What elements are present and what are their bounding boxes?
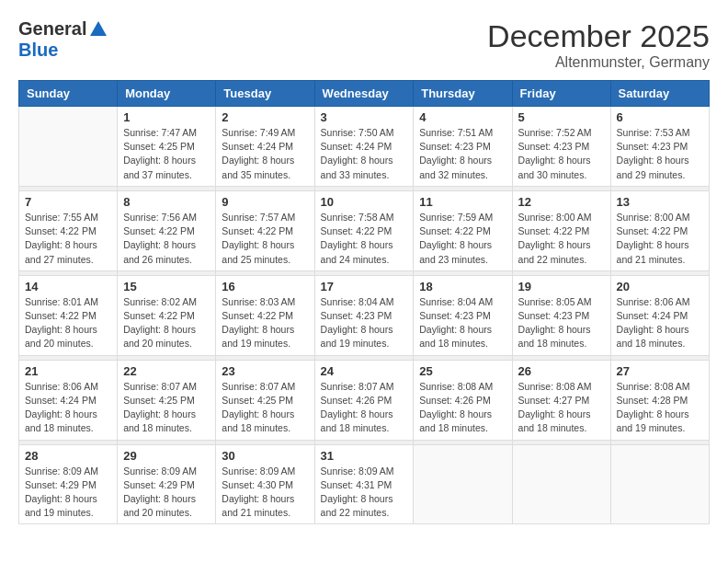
day-number: 12 <box>518 195 605 209</box>
table-row <box>19 107 118 187</box>
table-row: 8Sunrise: 7:56 AM Sunset: 4:22 PM Daylig… <box>118 190 216 270</box>
table-row: 20Sunrise: 8:06 AM Sunset: 4:24 PM Dayli… <box>610 275 709 355</box>
table-row: 26Sunrise: 8:08 AM Sunset: 4:27 PM Dayli… <box>512 360 610 440</box>
day-number: 22 <box>123 364 210 378</box>
day-number: 23 <box>222 364 308 378</box>
table-row: 14Sunrise: 8:01 AM Sunset: 4:22 PM Dayli… <box>19 275 118 355</box>
table-row <box>414 444 512 524</box>
day-info: Sunrise: 8:01 AM Sunset: 4:22 PM Dayligh… <box>25 295 111 351</box>
day-number: 29 <box>123 449 210 463</box>
table-row: 17Sunrise: 8:04 AM Sunset: 4:23 PM Dayli… <box>314 275 414 355</box>
logo-general-text: General <box>18 18 86 40</box>
header-thursday: Thursday <box>414 81 512 107</box>
table-row: 22Sunrise: 8:07 AM Sunset: 4:25 PM Dayli… <box>118 360 216 440</box>
table-row: 27Sunrise: 8:08 AM Sunset: 4:28 PM Dayli… <box>610 360 709 440</box>
logo-blue-text: Blue <box>18 40 58 60</box>
calendar-week-row: 7Sunrise: 7:55 AM Sunset: 4:22 PM Daylig… <box>19 190 710 270</box>
table-row: 21Sunrise: 8:06 AM Sunset: 4:24 PM Dayli… <box>19 360 118 440</box>
day-number: 1 <box>123 110 210 124</box>
calendar-header-row: Sunday Monday Tuesday Wednesday Thursday… <box>19 81 710 107</box>
location-title: Altenmunster, Germany <box>487 54 710 71</box>
calendar-week-row: 28Sunrise: 8:09 AM Sunset: 4:29 PM Dayli… <box>19 444 710 524</box>
header-sunday: Sunday <box>19 81 118 107</box>
day-info: Sunrise: 7:51 AM Sunset: 4:23 PM Dayligh… <box>419 126 506 182</box>
table-row: 19Sunrise: 8:05 AM Sunset: 4:23 PM Dayli… <box>512 275 610 355</box>
table-row: 13Sunrise: 8:00 AM Sunset: 4:22 PM Dayli… <box>610 190 709 270</box>
day-info: Sunrise: 7:59 AM Sunset: 4:22 PM Dayligh… <box>419 211 506 267</box>
month-title: December 2025 <box>487 18 710 54</box>
day-info: Sunrise: 8:00 AM Sunset: 4:22 PM Dayligh… <box>617 211 703 267</box>
day-number: 2 <box>222 110 308 124</box>
calendar-table: Sunday Monday Tuesday Wednesday Thursday… <box>18 80 710 524</box>
table-row: 24Sunrise: 8:07 AM Sunset: 4:26 PM Dayli… <box>314 360 414 440</box>
day-number: 9 <box>222 195 308 209</box>
day-info: Sunrise: 8:07 AM Sunset: 4:26 PM Dayligh… <box>321 380 408 436</box>
table-row: 29Sunrise: 8:09 AM Sunset: 4:29 PM Dayli… <box>118 444 216 524</box>
day-number: 10 <box>321 195 408 209</box>
day-info: Sunrise: 8:09 AM Sunset: 4:30 PM Dayligh… <box>222 465 308 521</box>
table-row: 18Sunrise: 8:04 AM Sunset: 4:23 PM Dayli… <box>414 275 512 355</box>
day-info: Sunrise: 8:05 AM Sunset: 4:23 PM Dayligh… <box>518 295 605 351</box>
table-row: 6Sunrise: 7:53 AM Sunset: 4:23 PM Daylig… <box>610 107 709 187</box>
table-row: 3Sunrise: 7:50 AM Sunset: 4:24 PM Daylig… <box>314 107 414 187</box>
table-row: 1Sunrise: 7:47 AM Sunset: 4:25 PM Daylig… <box>118 107 216 187</box>
day-info: Sunrise: 8:08 AM Sunset: 4:27 PM Dayligh… <box>518 380 605 436</box>
table-row: 9Sunrise: 7:57 AM Sunset: 4:22 PM Daylig… <box>216 190 314 270</box>
day-number: 11 <box>419 195 506 209</box>
day-info: Sunrise: 7:53 AM Sunset: 4:23 PM Dayligh… <box>617 126 703 182</box>
day-number: 3 <box>321 110 408 124</box>
table-row: 4Sunrise: 7:51 AM Sunset: 4:23 PM Daylig… <box>414 107 512 187</box>
title-block: December 2025 Altenmunster, Germany <box>487 18 710 71</box>
day-info: Sunrise: 8:04 AM Sunset: 4:23 PM Dayligh… <box>419 295 506 351</box>
day-info: Sunrise: 7:50 AM Sunset: 4:24 PM Dayligh… <box>321 126 408 182</box>
table-row: 30Sunrise: 8:09 AM Sunset: 4:30 PM Dayli… <box>216 444 314 524</box>
table-row: 11Sunrise: 7:59 AM Sunset: 4:22 PM Dayli… <box>414 190 512 270</box>
page-header: General Blue December 2025 Altenmunster,… <box>18 18 710 71</box>
table-row <box>610 444 709 524</box>
day-info: Sunrise: 7:58 AM Sunset: 4:22 PM Dayligh… <box>321 211 408 267</box>
table-row: 31Sunrise: 8:09 AM Sunset: 4:31 PM Dayli… <box>314 444 414 524</box>
day-number: 26 <box>518 364 605 378</box>
day-info: Sunrise: 8:09 AM Sunset: 4:31 PM Dayligh… <box>321 465 408 521</box>
logo: General Blue <box>18 18 108 61</box>
header-monday: Monday <box>118 81 216 107</box>
header-tuesday: Tuesday <box>216 81 314 107</box>
header-wednesday: Wednesday <box>314 81 414 107</box>
day-info: Sunrise: 8:02 AM Sunset: 4:22 PM Dayligh… <box>123 295 210 351</box>
day-number: 18 <box>419 280 506 293</box>
day-number: 31 <box>321 449 408 463</box>
day-number: 8 <box>123 195 210 209</box>
day-number: 27 <box>617 364 703 378</box>
day-info: Sunrise: 7:52 AM Sunset: 4:23 PM Dayligh… <box>518 126 605 182</box>
day-info: Sunrise: 8:06 AM Sunset: 4:24 PM Dayligh… <box>617 295 703 351</box>
day-number: 20 <box>617 280 703 293</box>
day-number: 25 <box>419 364 506 378</box>
day-info: Sunrise: 8:03 AM Sunset: 4:22 PM Dayligh… <box>222 295 308 351</box>
day-info: Sunrise: 8:07 AM Sunset: 4:25 PM Dayligh… <box>123 380 210 436</box>
day-info: Sunrise: 8:04 AM Sunset: 4:23 PM Dayligh… <box>321 295 408 351</box>
day-number: 6 <box>617 110 703 124</box>
day-info: Sunrise: 7:49 AM Sunset: 4:24 PM Dayligh… <box>222 126 308 182</box>
table-row: 12Sunrise: 8:00 AM Sunset: 4:22 PM Dayli… <box>512 190 610 270</box>
table-row: 16Sunrise: 8:03 AM Sunset: 4:22 PM Dayli… <box>216 275 314 355</box>
day-number: 13 <box>617 195 703 209</box>
day-number: 5 <box>518 110 605 124</box>
calendar-week-row: 14Sunrise: 8:01 AM Sunset: 4:22 PM Dayli… <box>19 275 710 355</box>
day-number: 4 <box>419 110 506 124</box>
header-saturday: Saturday <box>610 81 709 107</box>
day-info: Sunrise: 8:08 AM Sunset: 4:26 PM Dayligh… <box>419 380 506 436</box>
day-info: Sunrise: 7:47 AM Sunset: 4:25 PM Dayligh… <box>123 126 210 182</box>
day-number: 30 <box>222 449 308 463</box>
table-row: 10Sunrise: 7:58 AM Sunset: 4:22 PM Dayli… <box>314 190 414 270</box>
day-info: Sunrise: 8:08 AM Sunset: 4:28 PM Dayligh… <box>617 380 703 436</box>
day-info: Sunrise: 8:09 AM Sunset: 4:29 PM Dayligh… <box>25 465 111 521</box>
day-number: 21 <box>25 364 111 378</box>
day-number: 16 <box>222 280 308 293</box>
day-number: 24 <box>321 364 408 378</box>
day-info: Sunrise: 8:00 AM Sunset: 4:22 PM Dayligh… <box>518 211 605 267</box>
day-number: 7 <box>25 195 111 209</box>
table-row: 15Sunrise: 8:02 AM Sunset: 4:22 PM Dayli… <box>118 275 216 355</box>
day-number: 28 <box>25 449 111 463</box>
calendar-week-row: 21Sunrise: 8:06 AM Sunset: 4:24 PM Dayli… <box>19 360 710 440</box>
day-info: Sunrise: 8:07 AM Sunset: 4:25 PM Dayligh… <box>222 380 308 436</box>
